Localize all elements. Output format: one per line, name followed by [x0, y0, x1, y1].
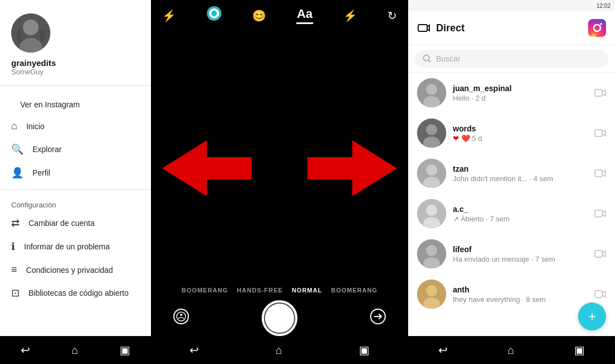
- direct-header: Direct: [408, 11, 615, 45]
- nav-item-informar[interactable]: ℹ Informar de un problema: [0, 235, 151, 258]
- msg-avatar: [417, 78, 446, 107]
- search-input-container[interactable]: Buscar: [415, 50, 608, 68]
- nav-label-cambiar: Cambiar de cuenta: [29, 219, 94, 228]
- msg-camera-icon[interactable]: [594, 87, 606, 99]
- back-icon[interactable]: ↩: [21, 343, 30, 357]
- nav-item-explorar[interactable]: 🔍 Explorar: [0, 138, 151, 161]
- msg-info: juan_m_espinal Hello · 2 d: [453, 84, 594, 102]
- search-magnifier-icon: [423, 54, 432, 63]
- left-bottom-nav: ↩ ⌂ ▣: [0, 336, 151, 364]
- right-recents-icon[interactable]: ▣: [574, 343, 585, 357]
- text-tool[interactable]: Aa: [296, 7, 313, 24]
- svg-rect-23: [595, 89, 602, 96]
- msg-camera-icon[interactable]: [594, 167, 606, 179]
- msg-info: words ❤ ❤️ 5 d: [453, 124, 594, 143]
- svg-rect-4: [40, 30, 45, 41]
- svg-point-41: [426, 285, 437, 296]
- svg-point-1: [23, 20, 39, 35]
- nav-item-condiciones[interactable]: ≡ Condiciones y privacidad: [0, 258, 151, 281]
- new-message-button[interactable]: +: [578, 302, 606, 330]
- status-bar: 12:02: [408, 0, 615, 11]
- camera-header-icon: [417, 21, 430, 35]
- middle-bottom-nav: ↩ ⌂ ▣: [151, 336, 408, 364]
- msg-avatar: [417, 119, 446, 148]
- send-icon[interactable]: [370, 309, 386, 328]
- camera-bottom: BOOMERANG HANDS-FREE NORMAL BOOMERANG: [151, 287, 408, 336]
- flash-icon-left[interactable]: ⚡: [162, 9, 176, 22]
- person-icon: 👤: [11, 167, 23, 179]
- arrow-right-icon: [308, 135, 397, 202]
- right-back-icon[interactable]: ↩: [438, 343, 448, 357]
- search-placeholder: Buscar: [436, 54, 461, 63]
- nav-item-bibliotecas[interactable]: ⊡ Bibliotecas de código abierto: [0, 281, 151, 305]
- svg-rect-3: [17, 30, 21, 41]
- nav-label-perfil: Perfil: [32, 168, 50, 177]
- msg-camera-icon[interactable]: [594, 248, 606, 260]
- svg-point-25: [426, 124, 437, 135]
- recents-icon[interactable]: ▣: [120, 343, 130, 357]
- home-nav-icon[interactable]: ⌂: [72, 344, 78, 357]
- svg-marker-8: [162, 140, 252, 196]
- svg-point-21: [426, 84, 437, 95]
- middle-home-icon[interactable]: ⌂: [276, 344, 282, 357]
- mode-hands-free[interactable]: HANDS-FREE: [237, 287, 283, 294]
- middle-back-icon[interactable]: ↩: [190, 343, 199, 357]
- svg-point-29: [426, 164, 437, 176]
- msg-name: lifeof: [453, 245, 594, 254]
- svg-point-17: [600, 23, 602, 25]
- nav-item-instagram[interactable]: Ver en Instagram: [0, 94, 151, 115]
- svg-rect-14: [418, 25, 427, 31]
- msg-name: tzan: [453, 164, 594, 173]
- profile-section: grainyedits SomeGuy: [0, 0, 151, 85]
- code-icon: ⊡: [11, 287, 20, 299]
- arrow-left-icon: [162, 135, 252, 202]
- instagram-logo: [588, 19, 606, 37]
- info-icon: ℹ: [11, 240, 15, 253]
- msg-camera-icon[interactable]: [594, 127, 606, 139]
- mode-normal[interactable]: NORMAL: [292, 287, 322, 294]
- doc-icon: ≡: [11, 264, 17, 276]
- svg-marker-9: [308, 140, 397, 196]
- mode-labels: BOOMERANG HANDS-FREE NORMAL BOOMERANG: [182, 287, 377, 294]
- svg-rect-15: [588, 19, 606, 37]
- right-bottom-nav: ↩ ⌂ ▣: [408, 336, 615, 364]
- flip-icon[interactable]: ↻: [387, 9, 397, 22]
- nav-item-perfil[interactable]: 👤 Perfil: [0, 161, 151, 185]
- msg-camera-icon[interactable]: [594, 207, 606, 220]
- svg-rect-43: [595, 291, 602, 297]
- aa-label: Aa: [297, 7, 313, 21]
- msg-preview: John didn't mention it... · 4 sem: [453, 174, 594, 183]
- nav-label-condiciones: Condiciones y privacidad: [26, 266, 113, 275]
- camera-top-bar: ⚡ 😊 Aa ⚡ ↻: [151, 0, 408, 31]
- settings-label: Configuración: [0, 194, 151, 211]
- right-panel: 12:02 Direct Buscar: [408, 0, 615, 364]
- svg-rect-39: [595, 250, 602, 257]
- mode-boomerang-2[interactable]: BOOMERANG: [331, 287, 377, 294]
- middle-recents-icon[interactable]: ▣: [359, 343, 370, 357]
- message-item[interactable]: tzan John didn't mention it... · 4 sem: [408, 153, 615, 193]
- avatar: [11, 13, 50, 53]
- msg-info: anth they have everything · 8 sem: [453, 285, 594, 304]
- right-home-icon[interactable]: ⌂: [508, 344, 514, 357]
- message-item[interactable]: words ❤ ❤️ 5 d: [408, 113, 615, 153]
- direct-title: Direct: [436, 22, 465, 34]
- msg-avatar: [417, 280, 446, 309]
- msg-name: juan_m_espinal: [453, 84, 594, 93]
- msg-preview: they have everything · 8 sem: [453, 295, 594, 304]
- face-icon[interactable]: 😊: [252, 9, 266, 22]
- message-item[interactable]: a.c_ ↗ Abierto · 7 sem: [408, 193, 615, 234]
- nav-item-cambiar[interactable]: ⇄ Cambiar de cuenta: [0, 211, 151, 235]
- gallery-icon[interactable]: [173, 309, 189, 328]
- svg-point-7: [211, 11, 217, 16]
- nav-item-inicio[interactable]: ⌂ Inicio: [0, 115, 151, 138]
- location-icon[interactable]: [206, 6, 222, 25]
- message-item[interactable]: lifeof Ha enviado un mensaje · 7 sem: [408, 234, 615, 274]
- flash-icon-right[interactable]: ⚡: [343, 9, 357, 22]
- search-bar[interactable]: Buscar: [408, 45, 615, 73]
- shutter-button[interactable]: [262, 300, 297, 336]
- nav-label-bibliotecas: Bibliotecas de código abierto: [29, 289, 129, 297]
- msg-camera-icon[interactable]: [594, 288, 606, 300]
- mode-boomerang-1[interactable]: BOOMERANG: [182, 287, 228, 294]
- msg-preview: Ha enviado un mensaje · 7 sem: [453, 255, 594, 263]
- message-item[interactable]: juan_m_espinal Hello · 2 d: [408, 73, 615, 113]
